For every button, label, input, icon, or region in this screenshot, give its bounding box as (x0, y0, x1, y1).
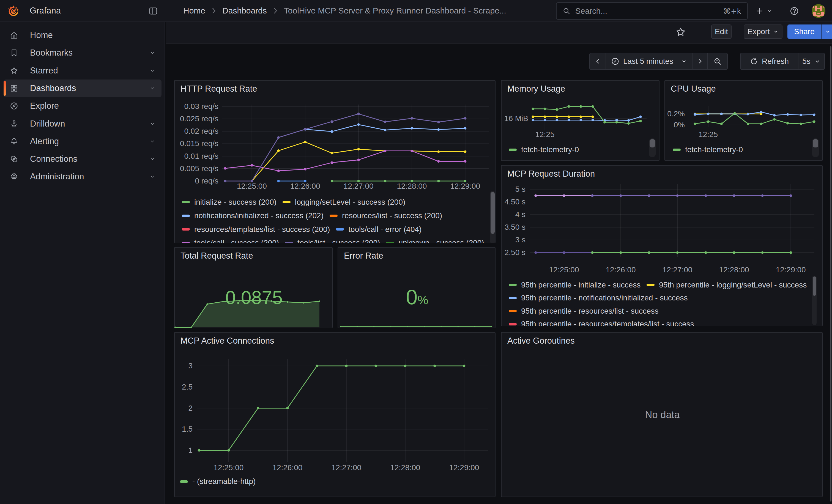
legend: fetch-telemetry-0 (509, 145, 653, 160)
sidebar-item-explore[interactable]: Explore (4, 97, 161, 115)
edit-button[interactable]: Edit (711, 25, 732, 39)
chevron-right-icon (697, 58, 703, 65)
breadcrumb-separator-icon (212, 7, 216, 14)
legend-item[interactable]: - (streamable-http) (180, 477, 256, 486)
legend-item[interactable]: tools/call - error (404) (336, 225, 421, 234)
help-button[interactable] (788, 4, 800, 18)
chevron-down-icon (149, 68, 155, 73)
sidebar-item-label: Starred (30, 66, 58, 76)
panel-active-goroutines[interactable]: Active Goroutines No data (501, 332, 823, 497)
refresh-interval-picker[interactable]: 5s (799, 53, 824, 69)
legend-item[interactable]: fetch-telemetry-0 (509, 145, 579, 154)
legend-item[interactable]: tools/list - success (200) (285, 239, 380, 243)
sidebar-item-bookmarks[interactable]: Bookmarks (4, 44, 161, 62)
panel-title[interactable]: CPU Usage (671, 84, 716, 94)
chevron-down-icon (766, 8, 773, 14)
panel-mcp-active-connections[interactable]: MCP Active Connections - (streamable-htt… (174, 332, 495, 497)
sidebar-item-label: Drilldown (30, 119, 65, 129)
panel-title[interactable]: HTTP Request Rate (181, 84, 257, 94)
page-scrollbar[interactable] (830, 46, 831, 502)
legend-swatch (182, 228, 190, 231)
legend-label: 95th percentile - logging/setLevel - suc… (659, 281, 807, 289)
sidebar-item-administration[interactable]: Administration (4, 168, 161, 185)
sidebar-item-alerting[interactable]: Alerting (4, 133, 161, 150)
panel-title[interactable]: MCP Request Duration (508, 169, 595, 179)
legend-swatch (336, 228, 344, 231)
legend-label: 95th percentile - notifications/initiali… (521, 294, 687, 302)
legend-item[interactable]: resources/list - success (200) (330, 211, 442, 220)
share-menu-button[interactable] (822, 25, 832, 39)
legend-swatch (509, 323, 517, 325)
sidebar-item-label: Administration (30, 172, 84, 182)
panel-memory-usage[interactable]: Memory Usage fetch-telemetry-0 (501, 80, 659, 161)
time-shift-back-button[interactable] (590, 53, 605, 69)
legend-scrollbar[interactable] (812, 276, 816, 325)
sidebar-item-starred[interactable]: Starred (4, 62, 161, 80)
time-shift-forward-button[interactable] (693, 53, 707, 69)
panel-total-request-rate[interactable]: Total Request Rate 0.0875 (174, 247, 333, 328)
grafana-logo-icon (7, 5, 20, 17)
legend-label: logging/setLevel - success (200) (295, 198, 406, 207)
legend-item[interactable]: 95th percentile - logging/setLevel - suc… (647, 281, 807, 289)
legend-item[interactable]: logging/setLevel - success (200) (283, 198, 406, 207)
brand-title[interactable]: Grafana (30, 0, 61, 22)
legend-swatch (330, 215, 338, 217)
breadcrumb-home[interactable]: Home (183, 6, 205, 16)
zoom-out-button[interactable] (708, 53, 727, 69)
add-new-button[interactable] (754, 4, 774, 18)
scrollbar-thumb[interactable] (813, 276, 816, 296)
panel-title[interactable]: Active Goroutines (508, 336, 575, 346)
panel-http-request-rate[interactable]: HTTP Request Rate initialize - success (… (174, 80, 495, 243)
legend-item[interactable]: initialize - success (200) (182, 198, 277, 207)
panel-title[interactable]: Error Rate (344, 251, 383, 261)
panel-error-rate[interactable]: Error Rate 0% (338, 247, 495, 328)
legend-item[interactable]: resources/templates/list - success (200) (182, 225, 330, 234)
scrollbar-thumb[interactable] (650, 139, 655, 148)
time-picker-group: Last 5 minutes (589, 53, 728, 70)
scrollbar-thumb[interactable] (813, 139, 818, 148)
user-avatar[interactable] (812, 4, 825, 18)
panel-title[interactable]: Memory Usage (508, 84, 565, 94)
sidebar-item-label: Dashboards (30, 83, 76, 93)
star-dashboard-button[interactable] (675, 27, 686, 37)
legend-label: unknown - success (200) (398, 239, 484, 243)
legend-scrollbar[interactable] (649, 138, 656, 157)
sidebar-item-home[interactable]: Home (4, 26, 161, 44)
panel-mcp-request-duration[interactable]: MCP Request Duration 95th percentile - i… (501, 165, 823, 326)
sidebar-item-connections[interactable]: Connections (4, 150, 161, 168)
legend: fetch-telemetry-0 (673, 145, 816, 160)
export-button[interactable]: Export (744, 25, 782, 39)
navbar-divider (807, 4, 807, 18)
share-button[interactable]: Share (787, 25, 821, 39)
legend-item[interactable]: 95th percentile - initialize - success (509, 281, 641, 289)
legend-item[interactable]: notifications/initialized - success (202… (182, 211, 323, 220)
legend-swatch (386, 242, 394, 243)
grafana-app: Grafana Home Dashboards ToolHive MCP Ser… (0, 0, 832, 504)
legend-scrollbar[interactable] (490, 191, 495, 243)
legend-item[interactable]: 95th percentile - resources/templates/li… (509, 320, 694, 326)
panel-cpu-usage[interactable]: CPU Usage fetch-telemetry-0 (665, 80, 823, 161)
sidebar-item-drilldown[interactable]: Drilldown (4, 115, 161, 133)
legend-item[interactable]: 95th percentile - notifications/initiali… (509, 294, 687, 302)
legend-scrollbar[interactable] (812, 138, 819, 157)
legend-item[interactable]: 95th percentile - resources/list - succe… (509, 307, 659, 316)
home-icon (10, 31, 19, 39)
chevron-down-icon (149, 174, 155, 179)
legend-item[interactable]: unknown - success (200) (386, 239, 484, 243)
sidebar-toggle-icon[interactable] (148, 6, 158, 16)
legend-item[interactable]: tools/call - success (200) (182, 239, 279, 243)
time-range-picker[interactable]: Last 5 minutes (606, 53, 692, 69)
sidebar-item-dashboards[interactable]: Dashboards (4, 80, 161, 97)
panel-title[interactable]: Total Request Rate (181, 251, 253, 261)
breadcrumb-dashboards[interactable]: Dashboards (222, 6, 267, 16)
sidebar-item-label: Bookmarks (30, 48, 73, 58)
panel-title[interactable]: MCP Active Connections (181, 336, 274, 346)
scrollbar-thumb[interactable] (491, 192, 495, 234)
stat-value: 0.0875 (175, 288, 333, 307)
refresh-button[interactable]: Refresh (740, 53, 798, 69)
search-input[interactable]: Search... ⌘+k (556, 2, 748, 20)
legend-swatch (673, 149, 681, 151)
navbar-brand-area: Grafana (0, 0, 165, 22)
legend-item[interactable]: fetch-telemetry-0 (673, 145, 743, 154)
search-icon (563, 7, 570, 15)
